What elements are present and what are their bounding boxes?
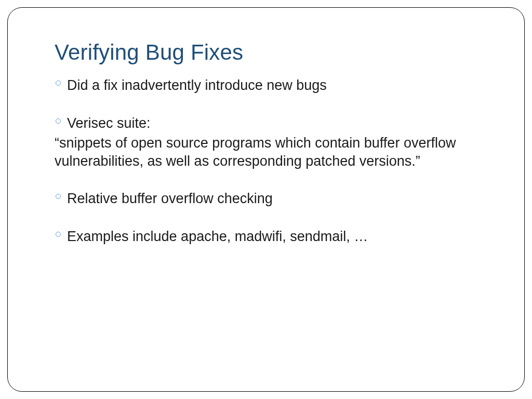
bullet-icon (55, 81, 67, 86)
bullet-text: Relative buffer overflow checking (67, 190, 477, 208)
bullet-item: Examples include apache, madwifi, sendma… (55, 228, 477, 246)
slide-frame: Verifying Bug Fixes Did a fix inadverten… (7, 7, 525, 392)
bullet-icon (55, 118, 67, 124)
bullet-item: Did a fix inadvertently introduce new bu… (55, 76, 477, 95)
paragraph-text: “snippets of open source programs which … (55, 134, 477, 170)
spacer (55, 97, 477, 114)
bullet-item: Verisec suite: (55, 114, 477, 132)
spacer (55, 172, 477, 190)
bullet-icon (55, 232, 67, 237)
bullet-icon (55, 194, 67, 199)
slide-title: Verifying Bug Fixes (55, 40, 477, 65)
bullet-text: Did a fix inadvertently introduce new bu… (67, 76, 477, 95)
bullet-text: Verisec suite: (67, 114, 477, 132)
slide-content: Did a fix inadvertently introduce new bu… (55, 76, 477, 245)
bullet-item: Relative buffer overflow checking (55, 190, 477, 208)
bullet-text: Examples include apache, madwifi, sendma… (67, 228, 477, 246)
spacer (55, 210, 477, 228)
